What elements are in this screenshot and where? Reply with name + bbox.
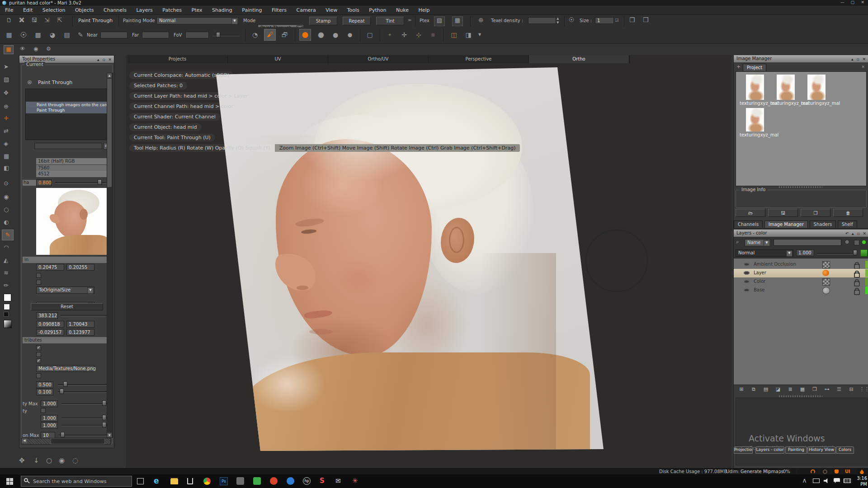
- snap-target-icon[interactable]: ⊹: [413, 30, 424, 40]
- add-procedural-icon[interactable]: ◪: [774, 386, 782, 393]
- fov-field[interactable]: [185, 32, 209, 38]
- layer-row-base[interactable]: Base: [734, 286, 868, 295]
- tab-perspective[interactable]: Perspective: [429, 55, 529, 63]
- add-layer-icon[interactable]: ⊞: [737, 386, 745, 393]
- menu-shading[interactable]: Shading: [208, 6, 236, 14]
- palette-eye-icon[interactable]: 👁: [20, 46, 25, 52]
- remove-layer-icon[interactable]: ⊟: [847, 386, 855, 393]
- menu-painting[interactable]: Painting: [238, 6, 266, 14]
- menu-selection[interactable]: Selection: [38, 6, 70, 14]
- menu-file[interactable]: File: [1, 6, 17, 14]
- pair1-a-field[interactable]: 0.090818: [36, 321, 64, 328]
- slider1-handle[interactable]: [63, 381, 67, 387]
- app-red-icon[interactable]: [270, 477, 278, 485]
- resize-handle-icon[interactable]: ◲: [615, 18, 619, 22]
- pan-tool-icon[interactable]: ✥: [4, 89, 9, 96]
- menu-ptex[interactable]: Ptex: [188, 6, 207, 14]
- add-project-tab-button[interactable]: +: [736, 64, 741, 70]
- sphere-tool-icon[interactable]: ◭: [4, 257, 8, 263]
- paint-buffer-icon[interactable]: 🗗: [279, 30, 290, 40]
- tab-painting[interactable]: Painting: [785, 446, 807, 454]
- pair1-b-field[interactable]: 1.70043: [66, 321, 94, 328]
- menu-edit[interactable]: Edit: [19, 6, 37, 14]
- scroll-down-arrow[interactable]: ▼: [107, 433, 112, 437]
- clear-filter-icon[interactable]: ⊗: [845, 239, 849, 245]
- move-tool-icon[interactable]: ✛: [4, 115, 9, 122]
- active-palette-grid-icon[interactable]: ▦: [4, 45, 14, 54]
- circle-nav-icon[interactable]: ○: [46, 456, 52, 465]
- taskbar-search-box[interactable]: Search the web and Windows: [21, 476, 132, 487]
- pan-nav-icon[interactable]: ✥: [19, 456, 25, 465]
- brush-tip-icon[interactable]: ●: [344, 30, 355, 40]
- v2-field[interactable]: 1.000: [41, 422, 58, 429]
- blend-mode-dropdown[interactable]: Normal▼: [736, 249, 793, 257]
- toolbar2-dropdown-icon[interactable]: ▼: [478, 33, 481, 37]
- visibility-eye-icon[interactable]: [744, 263, 750, 266]
- horizontal-scrollbar[interactable]: ◀: [21, 438, 111, 445]
- tab-layers-color[interactable]: Layers - color: [755, 446, 784, 454]
- v1-field[interactable]: 1.000: [41, 415, 58, 422]
- layer-grid-icon[interactable]: ⋮⋮: [859, 386, 868, 393]
- canvas-snapshot-icon[interactable]: ❒: [643, 16, 649, 23]
- share-layer-icon[interactable]: ⊶: [823, 386, 831, 393]
- filter-input[interactable]: [774, 239, 841, 246]
- smudge-tool-icon[interactable]: ◠: [4, 244, 9, 251]
- taskbar-clock[interactable]: 3:16 PM 9/18/2016: [853, 475, 867, 488]
- close-project-icon[interactable]: 🗙: [17, 17, 26, 23]
- layer-opacity-handle[interactable]: [853, 250, 857, 255]
- attribute-checkbox-on2[interactable]: ✓: [36, 358, 41, 363]
- gradient-tool-icon[interactable]: ◈: [4, 140, 8, 147]
- select-tool-icon[interactable]: ➤: [4, 63, 9, 70]
- menu-filters[interactable]: Filters: [268, 6, 291, 14]
- minimize-button[interactable]: —: [840, 0, 844, 5]
- tab-close-icon[interactable]: ✕: [861, 65, 865, 69]
- scroll-left-arrow[interactable]: ◀: [22, 438, 27, 443]
- ptex-grid-icon[interactable]: ▦: [452, 16, 463, 26]
- tab-image-manager[interactable]: Image Manager: [764, 221, 808, 228]
- attribute-checkbox-on[interactable]: ✓: [36, 345, 41, 350]
- snap-center-icon[interactable]: ＋: [384, 30, 395, 40]
- rotation-field[interactable]: 383.212: [36, 312, 58, 319]
- keyboard-icon[interactable]: [844, 479, 851, 483]
- marquee-shape-icon[interactable]: ▢: [364, 30, 375, 40]
- pair2-a-field[interactable]: -0.029157: [36, 329, 64, 336]
- resize-mode-dropdown[interactable]: ToOriginalSize▼: [36, 286, 94, 294]
- ty-max-track[interactable]: [61, 403, 108, 404]
- slider2-handle[interactable]: [60, 389, 64, 394]
- image-thumbnail[interactable]: [746, 75, 764, 100]
- scale-y-field[interactable]: 0.20255: [66, 264, 94, 271]
- layer-row-ambient-occlusion[interactable]: Ambient Occlusion: [734, 260, 868, 269]
- media-checkbox[interactable]: [36, 373, 41, 378]
- unlock-icon[interactable]: [854, 290, 860, 295]
- windows-store-icon[interactable]: [187, 478, 193, 484]
- v2-handle[interactable]: [102, 422, 106, 427]
- layer-opacity-slider[interactable]: [817, 253, 856, 254]
- menu-python[interactable]: Python: [365, 6, 390, 14]
- focus-nav-icon[interactable]: ◉: [59, 456, 65, 465]
- menu-tools[interactable]: Tools: [343, 6, 363, 14]
- mail-icon[interactable]: ✉: [335, 477, 341, 484]
- ty-checkbox[interactable]: [41, 408, 46, 413]
- v1-track[interactable]: [61, 418, 108, 419]
- duplicate-image-button[interactable]: ❐: [801, 209, 830, 217]
- menu-layers[interactable]: Layers: [132, 6, 156, 14]
- paint-through-image-thumbnail[interactable]: [36, 188, 109, 255]
- slider1-field[interactable]: 0.500: [36, 381, 53, 388]
- panel-splitter-dots[interactable]: [779, 186, 822, 188]
- image-manager-grid[interactable]: texturingxyz_mal texturingxyz_mal textur…: [736, 71, 867, 186]
- shaded-view-icon[interactable]: ◕: [47, 30, 58, 40]
- volume-icon[interactable]: [824, 478, 829, 483]
- reset-button[interactable]: Reset: [31, 303, 103, 310]
- checker-view-icon[interactable]: ▩: [33, 30, 43, 40]
- image-manager-header-buttons[interactable]: ▴ ▫ ✕: [851, 56, 867, 62]
- duplicate-layer-icon[interactable]: ❐: [811, 386, 819, 393]
- slider2-track[interactable]: [58, 391, 108, 393]
- size-field[interactable]: 1: [595, 17, 614, 24]
- foreground-color-swatch[interactable]: [4, 294, 11, 301]
- snap-cross-icon[interactable]: ✛: [399, 30, 410, 40]
- add-group-icon[interactable]: ⧉: [750, 386, 758, 393]
- network-icon[interactable]: [813, 479, 820, 483]
- paint-through-tool-icon[interactable]: ✎: [2, 230, 14, 240]
- blur-tool-icon[interactable]: ◐: [4, 219, 9, 225]
- menu-objects[interactable]: Objects: [71, 6, 98, 14]
